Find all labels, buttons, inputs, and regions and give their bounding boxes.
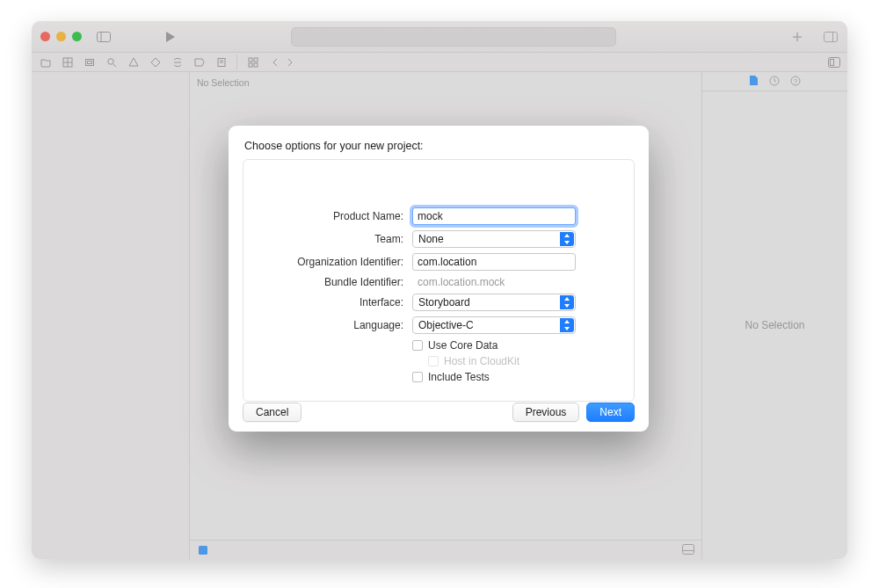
sheet-footer: Cancel Previous Next [229, 402, 649, 432]
run-button-icon[interactable] [163, 29, 178, 45]
dropdown-stepper-icon [560, 318, 574, 332]
sheet-title: Choose options for your new project: [229, 126, 649, 159]
svg-marker-35 [564, 304, 570, 308]
svg-marker-36 [564, 320, 570, 323]
team-select-value: None [418, 233, 444, 245]
svg-point-12 [107, 58, 113, 63]
svg-rect-5 [825, 32, 838, 41]
team-select[interactable]: None [412, 230, 576, 248]
editor-bottom-bar [190, 540, 701, 559]
minimize-window-button[interactable] [56, 32, 66, 41]
help-inspector-tab-icon[interactable]: ? [790, 74, 801, 90]
svg-marker-34 [564, 297, 570, 301]
debug-area-toggle-icon[interactable] [682, 542, 694, 558]
file-inspector-tab-icon[interactable] [749, 74, 759, 90]
include-tests-checkbox[interactable] [412, 372, 423, 382]
dropdown-stepper-icon [560, 295, 574, 309]
team-label: Team: [268, 233, 403, 245]
new-project-options-sheet: Choose options for your new project: Pro… [229, 126, 649, 432]
bundle-id-value: com.location.mock [412, 276, 576, 288]
svg-rect-27 [683, 544, 694, 554]
svg-marker-32 [564, 234, 570, 237]
svg-marker-14 [129, 58, 138, 66]
language-select-value: Objective-C [418, 319, 474, 331]
inspector-no-selection-text: No Selection [745, 319, 804, 331]
report-navigator-icon[interactable] [214, 55, 228, 69]
previous-button[interactable]: Previous [512, 403, 580, 422]
cloudkit-label: Host in CloudKit [444, 355, 519, 367]
product-name-input[interactable] [412, 207, 576, 225]
svg-marker-15 [151, 58, 160, 67]
find-navigator-icon[interactable] [105, 55, 118, 69]
project-navigator-icon[interactable] [39, 55, 52, 69]
library-icon[interactable] [823, 29, 839, 45]
svg-marker-37 [564, 327, 570, 330]
next-button[interactable]: Next [586, 403, 635, 422]
core-data-checkbox[interactable] [412, 340, 423, 351]
org-id-label: Organization Identifier: [268, 256, 403, 268]
svg-rect-11 [87, 61, 91, 63]
product-name-label: Product Name: [268, 210, 403, 222]
core-data-label: Use Core Data [428, 339, 498, 352]
language-select[interactable]: Objective-C [412, 316, 576, 334]
issue-navigator-icon[interactable] [127, 55, 140, 69]
svg-marker-33 [564, 241, 570, 244]
editor-no-selection-text: No Selection [190, 72, 701, 93]
inspector-tabs: ? [702, 72, 847, 91]
sidebar-toggle-icon[interactable] [96, 29, 112, 45]
include-tests-label: Include Tests [428, 371, 490, 383]
interface-label: Interface: [268, 296, 403, 309]
bundle-id-label: Bundle Identifier: [268, 276, 403, 288]
nav-forward-icon[interactable] [283, 55, 296, 69]
sheet-form: Product Name: Team: None Organization Id… [243, 159, 635, 402]
nav-back-icon[interactable] [268, 55, 281, 69]
svg-rect-23 [254, 63, 258, 67]
navigator-pane [32, 72, 190, 559]
svg-marker-2 [166, 32, 175, 42]
svg-rect-22 [249, 63, 252, 67]
interface-select-value: Storyboard [418, 296, 470, 309]
svg-rect-26 [199, 546, 207, 555]
debug-navigator-icon[interactable] [171, 55, 184, 69]
breakpoint-navigator-icon[interactable] [193, 55, 206, 69]
zoom-window-button[interactable] [72, 32, 82, 41]
svg-line-13 [113, 64, 116, 67]
editor-grid-icon[interactable] [246, 55, 259, 69]
scheme-status-field[interactable] [291, 27, 616, 47]
cancel-button[interactable]: Cancel [243, 403, 301, 422]
svg-rect-21 [254, 58, 258, 62]
filter-icon[interactable] [197, 544, 209, 556]
svg-rect-0 [98, 32, 111, 41]
titlebar [32, 21, 847, 53]
navigator-selector-bar [32, 53, 847, 72]
test-navigator-icon[interactable] [149, 55, 162, 69]
cloudkit-checkbox [428, 356, 439, 367]
svg-text:?: ? [794, 77, 798, 85]
svg-rect-10 [85, 59, 93, 65]
symbol-navigator-icon[interactable] [83, 55, 96, 69]
source-control-navigator-icon[interactable] [61, 55, 74, 69]
svg-rect-20 [249, 58, 252, 62]
svg-marker-16 [195, 59, 204, 66]
interface-select[interactable]: Storyboard [412, 294, 576, 311]
dropdown-stepper-icon [560, 232, 574, 246]
window-controls [40, 32, 82, 41]
history-inspector-tab-icon[interactable] [769, 74, 780, 90]
close-window-button[interactable] [40, 32, 50, 41]
org-id-input[interactable] [412, 253, 576, 271]
inspector-pane: ? No Selection [701, 72, 847, 559]
add-target-icon[interactable] [789, 29, 805, 45]
svg-rect-25 [830, 59, 833, 65]
language-label: Language: [268, 319, 403, 331]
editor-layout-icon[interactable] [827, 55, 840, 69]
